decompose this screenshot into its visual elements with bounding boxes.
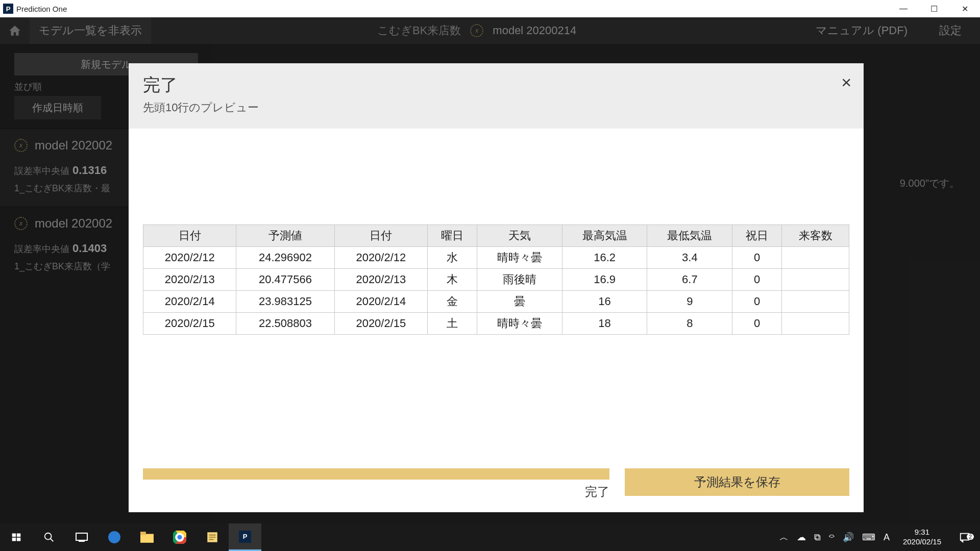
window-close-button[interactable]: ✕ [949,0,980,17]
svg-rect-6 [76,533,87,540]
tray-dropbox-icon[interactable]: ⧉ [814,532,821,543]
modal-close-button[interactable]: × [841,72,851,92]
task-view-button[interactable] [65,523,98,551]
taskbar-app-chrome[interactable] [163,523,196,551]
svg-rect-9 [140,534,154,543]
table-cell: 2020/2/15 [334,313,427,335]
table-cell: 曇 [477,291,562,313]
preview-modal: 完了 先頭10行のプレビュー × 日付予測値日付曜日天気最高気温最低気温祝日来客… [129,63,864,512]
progress-bar [143,468,609,480]
table-cell: 16 [562,291,647,313]
chrome-icon [173,531,186,544]
table-row: 2020/2/1522.5088032020/2/15土晴時々曇1880 [143,313,849,335]
table-header: 予測値 [236,225,334,247]
svg-line-5 [51,539,54,542]
table-header: 最高気温 [562,225,647,247]
search-button[interactable] [33,523,65,551]
table-cell: 2020/2/14 [334,291,427,313]
table-cell: 8 [647,313,732,335]
svg-rect-10 [140,532,146,535]
svg-rect-2 [12,538,16,541]
table-cell: 木 [428,269,477,291]
table-cell [782,247,849,269]
table-cell: 0 [732,247,782,269]
tray-ime-indicator[interactable]: A [884,532,890,543]
app-icon: P [239,531,251,543]
svg-rect-0 [12,534,16,537]
tray-clock[interactable]: 9:31 2020/02/15 [898,528,946,547]
table-cell: 22.508803 [236,313,334,335]
table-header: 日付 [334,225,427,247]
table-cell: 3.4 [647,247,732,269]
modal-subtitle: 先頭10行のプレビュー [143,100,846,115]
taskbar-app-notes[interactable] [196,523,229,551]
table-cell: 土 [428,313,477,335]
svg-point-4 [45,533,52,540]
window-maximize-button[interactable]: ☐ [919,0,949,17]
windows-icon [11,532,21,542]
table-cell: 18 [562,313,647,335]
tray-date: 2020/02/15 [903,537,941,547]
table-row: 2020/2/1423.9831252020/2/14金曇1690 [143,291,849,313]
table-cell [782,291,849,313]
tray-cloud-icon[interactable]: ☁ [797,532,806,543]
edge-icon [108,531,121,544]
table-cell [782,313,849,335]
app-root: モデル一覧を非表示 こむぎBK来店数 x model 20200214 マニュア… [0,17,980,523]
notification-badge: 2 [967,534,974,540]
table-cell: 2020/2/13 [143,269,236,291]
tray-keyboard-icon[interactable]: ⌨ [862,532,875,543]
table-header: 日付 [143,225,236,247]
windows-taskbar: P ︿ ☁ ⧉ ⌔ 🔊 ⌨ A 9:31 2020/02/15 2 [0,523,980,551]
table-cell: 0 [732,269,782,291]
tray-chevron-icon[interactable]: ︿ [779,531,789,543]
preview-table: 日付予測値日付曜日天気最高気温最低気温祝日来客数 2020/2/1224.296… [143,224,849,335]
table-header: 来客数 [782,225,849,247]
table-cell: 2020/2/13 [334,269,427,291]
window-minimize-button[interactable]: — [888,0,919,17]
window-title: Prediction One [16,5,888,13]
taskbar-app-edge[interactable] [98,523,131,551]
svg-rect-3 [17,538,21,541]
table-header: 祝日 [732,225,782,247]
table-cell: 水 [428,247,477,269]
tray-notifications[interactable]: 2 [954,532,975,543]
tray-volume-icon[interactable]: 🔊 [843,532,854,543]
search-icon [43,532,55,543]
folder-icon [140,532,154,543]
table-cell: 6.7 [647,269,732,291]
table-header: 天気 [477,225,562,247]
table-header: 曜日 [428,225,477,247]
table-cell: 晴時々曇 [477,313,562,335]
table-row: 2020/2/1224.2969022020/2/12水晴時々曇16.23.40 [143,247,849,269]
table-cell: 2020/2/14 [143,291,236,313]
table-cell: 0 [732,291,782,313]
table-cell: 2020/2/12 [334,247,427,269]
task-view-icon [76,533,88,542]
table-cell: 16.9 [562,269,647,291]
table-cell: 0 [732,313,782,335]
notes-icon [206,531,219,544]
taskbar-app-prediction-one[interactable]: P [229,523,261,551]
table-cell [782,269,849,291]
start-button[interactable] [0,523,33,551]
table-row: 2020/2/1320.4775662020/2/13木雨後晴16.96.70 [143,269,849,291]
table-cell: 金 [428,291,477,313]
svg-point-8 [108,531,120,543]
modal-header: 完了 先頭10行のプレビュー × [129,63,864,129]
table-cell: 9 [647,291,732,313]
table-cell: 晴時々曇 [477,247,562,269]
modal-footer: 完了 予測結果を保存 [129,459,864,512]
tray-wifi-icon[interactable]: ⌔ [829,532,835,543]
table-header: 最低気温 [647,225,732,247]
modal-body: 日付予測値日付曜日天気最高気温最低気温祝日来客数 2020/2/1224.296… [129,129,864,459]
window-titlebar: P Prediction One — ☐ ✕ [0,0,980,17]
table-cell: 2020/2/12 [143,247,236,269]
table-cell: 雨後晴 [477,269,562,291]
table-cell: 2020/2/15 [143,313,236,335]
progress-label: 完了 [585,484,609,500]
table-cell: 20.477566 [236,269,334,291]
tray-time: 9:31 [903,528,941,537]
taskbar-app-explorer[interactable] [131,523,163,551]
save-results-button[interactable]: 予測結果を保存 [625,468,849,496]
